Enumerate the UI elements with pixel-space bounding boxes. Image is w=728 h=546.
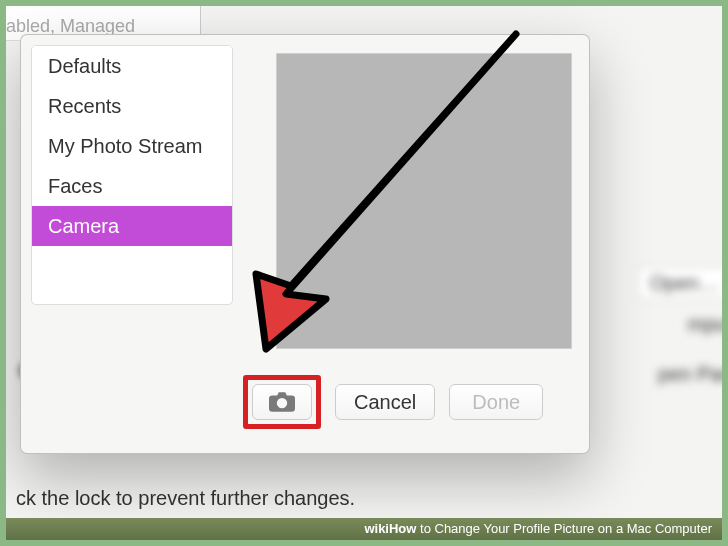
source-my-photo-stream[interactable]: My Photo Stream xyxy=(32,126,232,166)
take-photo-button[interactable] xyxy=(252,384,312,420)
open-button[interactable]: Open… xyxy=(637,267,728,299)
camera-preview xyxy=(276,53,572,349)
source-camera[interactable]: Camera xyxy=(32,206,232,246)
camera-icon xyxy=(269,392,295,412)
tutorial-highlight xyxy=(243,375,321,429)
user-name: uest User xyxy=(6,0,100,11)
wikihow-caption: wikiHow to Change Your Profile Picture o… xyxy=(6,518,722,540)
caption-brand: wiki xyxy=(364,521,389,536)
source-list: Defaults Recents My Photo Stream Faces C… xyxy=(31,45,233,305)
caption-title: to Change Your Profile Picture on a Mac … xyxy=(416,521,712,536)
text-fragment-parental: pen Parenta xyxy=(658,363,728,386)
done-button[interactable]: Done xyxy=(449,384,543,420)
text-fragment-mputer: mputer xyxy=(688,313,728,336)
caption-how: How xyxy=(389,521,416,536)
picture-picker-popover: Defaults Recents My Photo Stream Faces C… xyxy=(20,34,590,454)
cancel-button[interactable]: Cancel xyxy=(335,384,435,420)
source-faces[interactable]: Faces xyxy=(32,166,232,206)
source-defaults[interactable]: Defaults xyxy=(32,46,232,86)
lock-hint-text: ck the lock to prevent further changes. xyxy=(16,487,355,510)
source-recents[interactable]: Recents xyxy=(32,86,232,126)
